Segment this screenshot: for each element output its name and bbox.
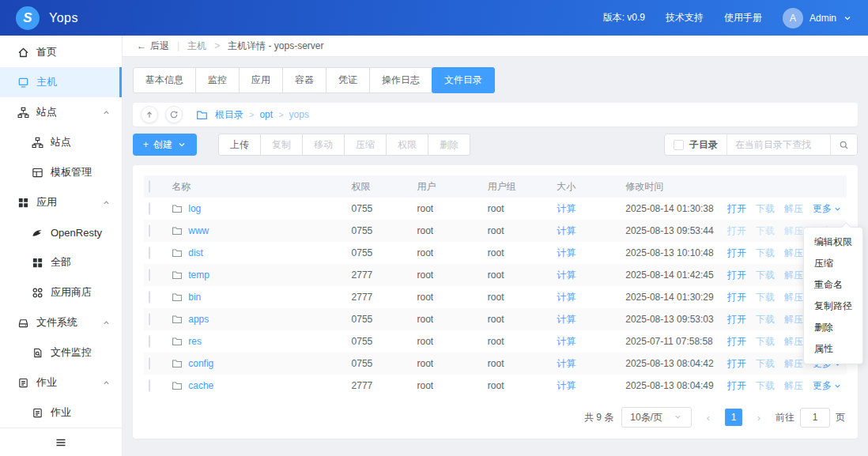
brand[interactable]: S Yops [16,6,78,30]
row-checkbox[interactable] [149,335,150,348]
calc-size-link[interactable]: 计算 [557,314,576,325]
tab-凭证[interactable]: 凭证 [326,67,370,93]
prev-page-button[interactable]: ‹ [700,409,717,426]
user-menu[interactable]: A Admin [783,8,852,28]
toolbar-button-复制: 复制 [260,134,303,156]
more-action[interactable]: 更多 [813,379,842,393]
open-action[interactable]: 打开 [727,335,746,349]
sidebar-item-job[interactable]: 作业 [0,398,122,428]
search-input[interactable] [727,134,830,155]
sidebar-item-job-group[interactable]: 作业 [0,367,122,398]
sidebar-item-openresty[interactable]: OpenResty [0,217,122,247]
sidebar-item-host[interactable]: 主机 [0,67,122,97]
open-action[interactable]: 打开 [727,202,746,216]
row-checkbox[interactable] [149,379,150,392]
file-name-link[interactable]: www [188,225,209,236]
subdir-checkbox[interactable] [674,140,684,150]
page-number-button[interactable]: 1 [725,409,742,426]
open-action[interactable]: 打开 [727,313,746,326]
tab-文件目录[interactable]: 文件目录 [432,67,495,93]
refresh-button[interactable] [165,106,183,123]
create-button[interactable]: + 创建 [133,134,197,156]
group-cell: root [483,286,552,308]
file-name-link[interactable]: config [188,358,213,369]
path-segment[interactable]: 根目录 [215,108,243,122]
sidebar-item-app-group[interactable]: 应用 [0,187,122,217]
table-row: res0755rootroot计算2025-07-11 07:58:58打开下载… [144,330,847,352]
tab-容器[interactable]: 容器 [282,67,326,93]
filesystem-icon [17,317,29,329]
open-action[interactable]: 打开 [727,247,746,260]
sidebar-collapse-button[interactable] [0,428,122,456]
tab-监控[interactable]: 监控 [195,67,240,93]
path-segment[interactable]: yops [289,109,309,120]
sidebar-item-all-apps[interactable]: 全部 [0,247,122,277]
back-button[interactable]: ← 后退 [137,40,169,53]
file-name-link[interactable]: bin [188,292,201,303]
search-button[interactable] [830,134,857,155]
sidebar-item-fs-group[interactable]: 文件系统 [0,307,122,337]
calc-size-link[interactable]: 计算 [557,358,576,369]
calc-size-link[interactable]: 计算 [557,336,576,347]
row-checkbox[interactable] [149,269,150,281]
row-checkbox[interactable] [149,247,150,259]
tab-基本信息[interactable]: 基本信息 [133,67,196,93]
calc-size-link[interactable]: 计算 [557,203,576,214]
calc-size-link[interactable]: 计算 [557,380,576,391]
open-action[interactable]: 打开 [727,357,746,371]
file-name-link[interactable]: dist [188,247,203,258]
file-name-link[interactable]: log [188,203,201,214]
username: Admin [810,13,836,24]
row-checkbox[interactable] [149,313,150,326]
page-size-select[interactable]: 10条/页 [621,407,692,428]
toolbar-button-上传[interactable]: 上传 [218,134,261,156]
calc-size-link[interactable]: 计算 [557,225,576,236]
sidebar-item-site-group[interactable]: 站点 [0,97,122,127]
more-action[interactable]: 更多 [813,202,842,216]
manual-link[interactable]: 使用手册 [724,11,762,24]
calc-size-link[interactable]: 计算 [557,247,576,258]
column-header-修改时间: 修改时间 [621,175,723,198]
row-checkbox[interactable] [149,224,150,237]
next-page-button[interactable]: › [750,409,768,426]
goto-page-input[interactable] [800,408,830,428]
sidebar-item-label: 应用商店 [51,285,92,300]
tab-操作日志[interactable]: 操作日志 [369,67,432,93]
open-action[interactable]: 打开 [727,379,746,393]
file-name-link[interactable]: cache [188,380,213,391]
file-name-link[interactable]: apps [188,314,209,325]
breadcrumb-parent[interactable]: 主机 [187,40,206,53]
row-checkbox[interactable] [149,291,150,303]
sidebar-item-site[interactable]: 站点 [0,127,122,157]
select-all-checkbox[interactable] [149,180,150,193]
dropdown-item-属性[interactable]: 属性 [804,338,862,360]
sidebar-item-template[interactable]: 模板管理 [0,157,122,187]
open-action[interactable]: 打开 [727,291,746,304]
file-name-link[interactable]: temp [188,269,209,281]
calc-size-link[interactable]: 计算 [557,292,576,303]
tab-应用[interactable]: 应用 [239,67,283,93]
go-up-button[interactable] [141,106,158,123]
dropdown-item-删除[interactable]: 删除 [804,317,862,338]
subdir-toggle[interactable]: 子目录 [665,134,727,155]
dropdown-item-复制路径[interactable]: 复制路径 [804,296,862,317]
file-name-link[interactable]: res [188,336,202,347]
sidebar-item-home[interactable]: 首页 [0,37,122,67]
dropdown-item-编辑权限[interactable]: 编辑权限 [804,232,862,253]
row-checkbox[interactable] [149,202,150,215]
path-separator-icon: > [278,110,283,119]
sidebar-item-file-mon[interactable]: 文件监控 [0,337,122,367]
chevron-down-icon [177,140,187,149]
dropdown-item-压缩[interactable]: 压缩 [804,253,862,274]
dropdown-item-重命名[interactable]: 重命名 [804,274,862,296]
open-action[interactable]: 打开 [727,269,746,282]
row-checkbox[interactable] [149,357,150,370]
sidebar-item-label: 站点 [51,135,71,149]
open-action[interactable]: 打开 [727,224,746,238]
support-link[interactable]: 技术支持 [666,11,704,24]
path-segment[interactable]: opt [259,109,273,120]
calc-size-link[interactable]: 计算 [557,269,576,281]
sidebar-item-app-store[interactable]: 应用商店 [0,277,122,307]
sidebar-item-label: OpenResty [51,227,102,239]
table-row: temp2777rootroot计算2025-08-14 01:42:45打开下… [144,264,847,286]
